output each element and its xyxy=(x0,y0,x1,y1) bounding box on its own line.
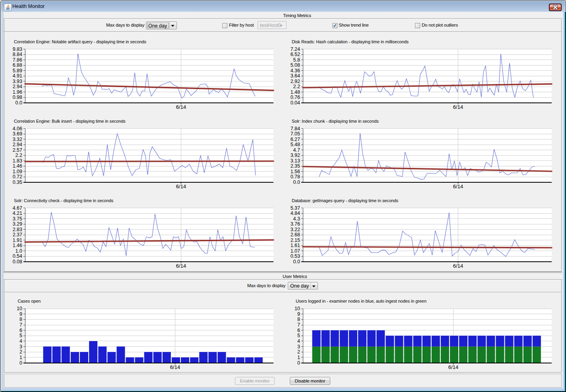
svg-text:1.09: 1.09 xyxy=(13,169,22,174)
svg-text:6/14: 6/14 xyxy=(176,104,186,110)
svg-text:0.53: 0.53 xyxy=(291,253,300,259)
svg-text:1.46: 1.46 xyxy=(13,243,22,248)
svg-text:2.35: 2.35 xyxy=(291,163,300,169)
svg-text:2.2: 2.2 xyxy=(16,153,22,158)
svg-text:0.04: 0.04 xyxy=(291,100,300,106)
svg-text:4.06: 4.06 xyxy=(13,126,22,131)
svg-text:3.69: 3.69 xyxy=(13,131,22,137)
svg-text:0.35: 0.35 xyxy=(13,180,22,185)
svg-text:3.75: 3.75 xyxy=(13,216,22,222)
svg-text:3.92: 3.92 xyxy=(291,153,300,158)
svg-text:9.83: 9.83 xyxy=(13,46,22,52)
svg-text:4.84: 4.84 xyxy=(291,210,300,216)
svg-text:7.84: 7.84 xyxy=(291,126,300,131)
svg-text:1.83: 1.83 xyxy=(13,158,22,164)
svg-text:2.94: 2.94 xyxy=(13,142,22,147)
svg-text:0.98: 0.98 xyxy=(13,95,22,100)
svg-text:3.93: 3.93 xyxy=(13,79,22,84)
svg-text:4.3: 4.3 xyxy=(293,216,300,222)
svg-text:5.8: 5.8 xyxy=(293,57,300,63)
svg-text:6.52: 6.52 xyxy=(291,52,300,57)
svg-text:1.46: 1.46 xyxy=(13,163,22,169)
svg-text:3.64: 3.64 xyxy=(291,73,300,79)
svg-text:6/14: 6/14 xyxy=(176,183,186,189)
svg-text:5.08: 5.08 xyxy=(291,62,300,68)
svg-text:6/14: 6/14 xyxy=(453,183,463,189)
svg-text:5.89: 5.89 xyxy=(13,68,22,73)
svg-text:5.37: 5.37 xyxy=(291,205,300,211)
svg-text:6/14: 6/14 xyxy=(453,104,463,110)
svg-text:1.61: 1.61 xyxy=(291,243,300,248)
svg-text:1.96: 1.96 xyxy=(13,89,22,95)
svg-text:2.57: 2.57 xyxy=(13,147,22,153)
svg-text:1.56: 1.56 xyxy=(291,169,300,174)
svg-text:0.76: 0.76 xyxy=(291,95,300,100)
svg-text:3.29: 3.29 xyxy=(13,221,22,227)
svg-text:2.37: 2.37 xyxy=(13,232,22,238)
svg-text:4.7: 4.7 xyxy=(293,147,300,153)
svg-text:0.0: 0.0 xyxy=(16,100,22,106)
svg-text:0.54: 0.54 xyxy=(13,253,22,259)
svg-text:4.67: 4.67 xyxy=(13,205,22,211)
svg-text:6.88: 6.88 xyxy=(13,62,22,68)
svg-text:1.91: 1.91 xyxy=(13,238,22,243)
svg-text:2.15: 2.15 xyxy=(291,238,300,243)
svg-text:4.36: 4.36 xyxy=(291,68,300,73)
svg-text:1.48: 1.48 xyxy=(291,89,300,95)
svg-text:0.0: 0.0 xyxy=(293,180,300,185)
svg-text:0.0: 0.0 xyxy=(293,259,300,265)
svg-text:4.91: 4.91 xyxy=(13,73,22,79)
svg-text:0.78: 0.78 xyxy=(291,174,300,180)
svg-text:4.21: 4.21 xyxy=(13,210,22,216)
svg-text:3.22: 3.22 xyxy=(291,227,300,232)
svg-text:8.84: 8.84 xyxy=(13,52,22,57)
svg-text:6/14: 6/14 xyxy=(453,263,463,269)
svg-text:7.05: 7.05 xyxy=(291,131,300,137)
svg-text:5.48: 5.48 xyxy=(291,142,300,147)
svg-text:2.68: 2.68 xyxy=(291,232,300,238)
svg-text:6.27: 6.27 xyxy=(291,137,300,142)
svg-text:2.94: 2.94 xyxy=(13,84,22,89)
svg-text:3.76: 3.76 xyxy=(291,221,300,227)
svg-text:7.86: 7.86 xyxy=(13,57,22,63)
svg-text:0.08: 0.08 xyxy=(13,259,22,265)
svg-text:1.0: 1.0 xyxy=(16,248,22,254)
svg-text:2.2: 2.2 xyxy=(293,84,300,89)
svg-text:2.92: 2.92 xyxy=(291,79,300,84)
svg-text:3.32: 3.32 xyxy=(13,137,22,142)
svg-text:7.24: 7.24 xyxy=(291,46,300,52)
svg-text:2.83: 2.83 xyxy=(13,227,22,232)
svg-text:0.72: 0.72 xyxy=(13,174,22,180)
svg-text:6/14: 6/14 xyxy=(176,263,186,269)
svg-text:3.13: 3.13 xyxy=(291,158,300,164)
svg-text:1.07: 1.07 xyxy=(291,248,300,254)
